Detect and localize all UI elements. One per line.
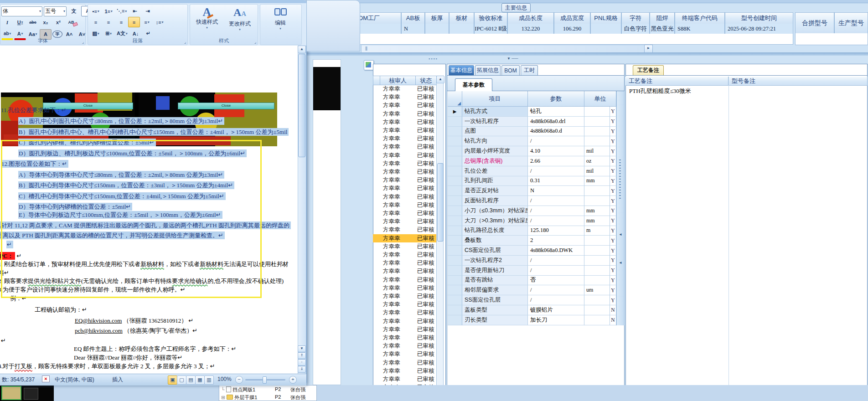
- order-cell-12[interactable]: 2025-06-28 09:27:21: [725, 24, 793, 34]
- param-item-name[interactable]: 孔位公差: [462, 166, 528, 176]
- decrease-indent-icon[interactable]: ⇤: [129, 6, 141, 16]
- email-link[interactable]: EQ@hikvision.com: [75, 317, 122, 324]
- review-row[interactable]: 方幸幸已审核: [373, 300, 436, 308]
- splitter-collapse-down-icon[interactable]: ◄: [619, 261, 622, 265]
- param-row-selector[interactable]: [448, 226, 462, 236]
- review-row[interactable]: 方幸幸已审核: [373, 217, 436, 226]
- tab-basic-info[interactable]: 基本信息: [449, 65, 474, 75]
- fullscreen-reading-view-icon[interactable]: ▢: [177, 375, 186, 385]
- param-value[interactable]: 0.31: [528, 176, 584, 186]
- align-center-icon[interactable]: ≡: [103, 17, 114, 27]
- tree-expander-icon[interactable]: ⊞: [221, 395, 227, 400]
- review-row[interactable]: 方幸幸已审核: [373, 367, 436, 375]
- sort-corner-icon[interactable]: ◢: [457, 101, 461, 106]
- tab-main-info[interactable]: 主要信息: [501, 3, 531, 12]
- merge-column-header-1[interactable]: 合拼型号: [795, 12, 834, 34]
- review-row[interactable]: 方幸幸已审核: [373, 284, 436, 292]
- param-column-header-3[interactable]: 单位: [584, 91, 616, 107]
- review-row[interactable]: 方幸幸已审核: [373, 251, 436, 259]
- align-left-icon[interactable]: ≡: [90, 17, 102, 27]
- param-value[interactable]: /: [528, 285, 584, 295]
- splitter-collapse-up-icon[interactable]: ◄: [619, 232, 622, 236]
- param-row-selector[interactable]: [448, 256, 462, 266]
- param-item-name[interactable]: 内层最小焊环宽度: [462, 146, 528, 156]
- email-link[interactable]: pcb@hikvision.com: [75, 327, 123, 334]
- document-area[interactable]: Close Close 11.孔位公差要求如下：↵A）圆孔中心到圆孔中心尺寸≤8…: [0, 46, 298, 374]
- param-value[interactable]: 2: [528, 236, 584, 246]
- param-value[interactable]: /: [528, 166, 584, 176]
- chevron-down-icon[interactable]: ▾: [111, 10, 113, 13]
- scroll-up-icon[interactable]: ▲: [298, 46, 306, 53]
- param-item-name[interactable]: 反面钻孔程序: [462, 196, 528, 206]
- param-value[interactable]: /: [528, 266, 584, 276]
- param-item-name[interactable]: 刃长类型: [462, 315, 528, 325]
- phonetic-guide-icon[interactable]: 文: [68, 6, 80, 16]
- column-header-6[interactable]: 成品长度: [507, 12, 554, 24]
- param-item-name[interactable]: 小刀（≤0.3mm）对钻深度: [462, 206, 528, 216]
- param-row-selector[interactable]: [448, 166, 462, 176]
- column-header-8[interactable]: PNL规格: [590, 12, 621, 24]
- review-row[interactable]: 方幸幸已审核: [373, 93, 436, 101]
- param-item-name[interactable]: 大刀（>0.3mm）对钻深度: [462, 216, 528, 226]
- panel-collapse-icon[interactable]: ▼ ┄┄┄: [507, 57, 518, 61]
- order-cell-5[interactable]: IPC-6012 Ⅱ级: [474, 24, 507, 34]
- bullets-icon[interactable]: •≡▾: [90, 6, 102, 16]
- review-row[interactable]: 方幸幸已审核: [373, 134, 436, 143]
- param-item-name[interactable]: 总铜厚(含表铜): [462, 156, 528, 166]
- review-row[interactable]: 方幸幸已审核: [373, 308, 436, 317]
- web-layout-view-icon[interactable]: ▤: [186, 375, 196, 385]
- order-cell-6[interactable]: 132.220: [507, 24, 554, 34]
- italic-icon[interactable]: I: [1, 17, 13, 27]
- font-size-combobox[interactable]: 五号▾: [44, 6, 67, 16]
- review-row[interactable]: 方幸幸已审核: [373, 110, 436, 118]
- review-row[interactable]: 方幸幸已审核: [373, 267, 436, 275]
- quick-styles-button[interactable]: A 快速样式 ▾: [193, 6, 221, 30]
- param-value[interactable]: /: [528, 216, 584, 226]
- scroll-down-icon[interactable]: ▼: [298, 345, 306, 352]
- param-value[interactable]: 镀膜铝片: [528, 305, 584, 315]
- review-row[interactable]: 方幸幸已审核: [373, 85, 436, 93]
- param-item-name[interactable]: 叠板数: [462, 236, 528, 246]
- strikethrough-icon[interactable]: abc: [27, 17, 39, 27]
- column-header-7[interactable]: 成品宽度: [554, 12, 590, 24]
- edit-button[interactable]: 编辑 ▾: [264, 7, 297, 31]
- param-row-selector[interactable]: [448, 156, 462, 166]
- review-row[interactable]: 方幸幸已审核: [373, 317, 436, 325]
- param-row-selector[interactable]: [448, 127, 462, 137]
- tree-expander-icon[interactable]: └: [221, 387, 226, 392]
- param-row-selector[interactable]: [448, 146, 462, 156]
- review-row[interactable]: 方幸幸已审核: [373, 176, 436, 184]
- param-row-selector[interactable]: [448, 136, 462, 146]
- change-styles-button[interactable]: AA 更改样式 ▾: [225, 6, 255, 31]
- param-item-name[interactable]: 钻孔方式: [462, 107, 528, 117]
- param-row-selector[interactable]: [448, 276, 462, 286]
- chevron-down-icon[interactable]: ▾: [21, 31, 23, 36]
- param-item-name[interactable]: 一次钻孔程序: [462, 117, 528, 127]
- chevron-down-icon[interactable]: ▾: [39, 9, 41, 13]
- word-count[interactable]: 数: 354/5,237: [2, 376, 35, 384]
- draft-view-icon[interactable]: ▥: [204, 375, 214, 385]
- clear-formatting-icon[interactable]: AB: [65, 17, 77, 27]
- review-row[interactable]: 方幸幸已审核: [373, 151, 436, 159]
- param-value[interactable]: 否: [528, 276, 584, 286]
- distributed-icon[interactable]: ≡▾: [141, 17, 153, 27]
- chevron-down-icon[interactable]: ▾: [21, 21, 23, 24]
- superscript-icon[interactable]: x²: [52, 17, 64, 27]
- chevron-down-icon[interactable]: ▾: [63, 9, 65, 13]
- review-row[interactable]: 方幸幸已审核: [373, 342, 436, 350]
- param-value[interactable]: /: [528, 206, 584, 216]
- tab-work-hours[interactable]: 工时: [521, 65, 538, 75]
- detail-splitter[interactable]: ◄ ◄: [616, 91, 625, 325]
- review-row[interactable]: 方幸幸已审核: [373, 184, 436, 192]
- param-item-name[interactable]: 孔到孔间距: [462, 176, 528, 186]
- param-item-name[interactable]: 盖板类型: [462, 305, 528, 315]
- tree-row[interactable]: ⊞ 外层干膜1P2张自强: [221, 394, 257, 401]
- param-value[interactable]: 4s88k068a0.drl: [528, 117, 584, 127]
- chevron-down-icon[interactable]: ▾: [279, 27, 281, 31]
- language-indicator[interactable]: 中文(简体, 中国): [55, 376, 94, 384]
- tab-basic-params[interactable]: 基本参数: [455, 78, 492, 91]
- param-item-name[interactable]: 是否使用新钻刀: [462, 266, 528, 276]
- param-value[interactable]: 2.66: [528, 156, 584, 166]
- review-scroll-up-button[interactable]: ▲: [436, 76, 444, 83]
- chevron-down-icon[interactable]: ▾: [125, 10, 127, 13]
